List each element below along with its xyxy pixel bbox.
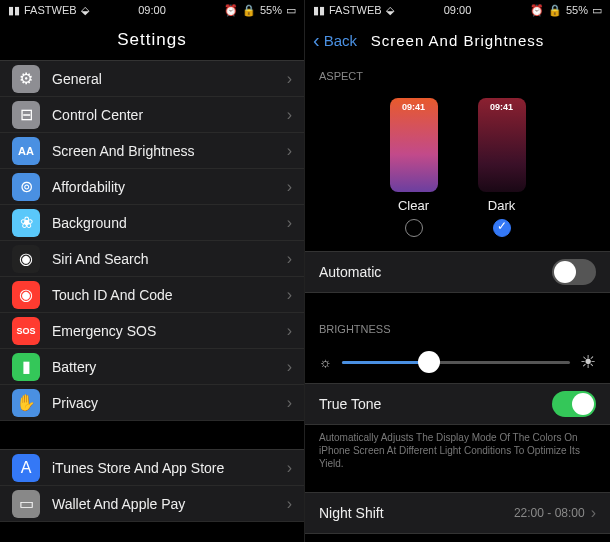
battery-icon: ▭ <box>286 4 296 17</box>
chevron-left-icon: ‹ <box>313 29 320 52</box>
row-siri[interactable]: ◉ Siri And Search › <box>0 241 304 277</box>
sos-icon: SOS <box>12 317 40 345</box>
chevron-right-icon: › <box>287 178 292 196</box>
row-privacy[interactable]: ✋ Privacy › <box>0 385 304 421</box>
clear-thumbnail: 09:41 <box>390 98 438 192</box>
chevron-right-icon: › <box>287 70 292 88</box>
carrier-label: FASTWEB <box>329 4 382 16</box>
header: Settings <box>0 20 304 60</box>
status-time: 09:00 <box>138 4 166 16</box>
alarm-icon: ⏰ <box>530 4 544 17</box>
row-control-center[interactable]: ⊟ Control Center › <box>0 97 304 133</box>
chevron-right-icon: › <box>287 459 292 477</box>
night-shift-label: Night Shift <box>319 505 384 521</box>
chevron-right-icon: › <box>287 286 292 304</box>
chevron-right-icon: › <box>287 250 292 268</box>
lock-icon: 🔒 <box>242 4 256 17</box>
page-title: Settings <box>117 30 186 50</box>
wifi-icon: ⬙ <box>81 4 89 17</box>
brightness-section-label: Brightness <box>305 313 610 341</box>
dark-thumbnail: 09:41 <box>478 98 526 192</box>
row-wallet[interactable]: ▭ Wallet And Apple Pay › <box>0 486 304 522</box>
wifi-icon: ⬙ <box>386 4 394 17</box>
slider-thumb[interactable] <box>418 351 440 373</box>
chevron-right-icon: › <box>287 106 292 124</box>
brightness-pane: ▮▮ FASTWEB ⬙ 09:00 ⏰ 🔒 55% ▭ ‹ Back Scre… <box>305 0 610 542</box>
battery-label: 55% <box>566 4 588 16</box>
row-screen-brightness[interactable]: AA Screen And Brightness › <box>0 133 304 169</box>
wallpaper-icon: ❀ <box>12 209 40 237</box>
back-button[interactable]: ‹ Back <box>313 29 357 52</box>
chevron-right-icon: › <box>287 394 292 412</box>
back-label: Back <box>324 32 357 49</box>
dark-label: Dark <box>488 198 515 213</box>
aspect-dark[interactable]: 09:41 Dark <box>478 98 526 237</box>
lock-icon: 🔒 <box>548 4 562 17</box>
battery-icon: ▮ <box>12 353 40 381</box>
appstore-icon: A <box>12 454 40 482</box>
night-shift-row[interactable]: Night Shift 22:00 - 08:00 › <box>305 492 610 534</box>
accessibility-icon: ⊚ <box>12 173 40 201</box>
true-tone-label: True Tone <box>319 396 381 412</box>
aspect-section-label: ASPECT <box>305 60 610 88</box>
battery-icon: ▭ <box>592 4 602 17</box>
chevron-right-icon: › <box>287 495 292 513</box>
section-spacer <box>0 421 304 449</box>
status-time: 09:00 <box>444 4 472 16</box>
automatic-row: Automatic <box>305 251 610 293</box>
status-bar: ▮▮ FASTWEB ⬙ 09:00 ⏰ 🔒 55% ▭ <box>0 0 304 20</box>
automatic-label: Automatic <box>319 264 381 280</box>
radio-selected-icon[interactable] <box>493 219 511 237</box>
hand-icon: ✋ <box>12 389 40 417</box>
alarm-icon: ⏰ <box>224 4 238 17</box>
settings-list: ⚙ General › ⊟ Control Center › AA Screen… <box>0 60 304 421</box>
row-general[interactable]: ⚙ General › <box>0 61 304 97</box>
automatic-switch[interactable] <box>552 259 596 285</box>
settings-list-2: A iTunes Store And App Store › ▭ Wallet … <box>0 449 304 522</box>
chevron-right-icon: › <box>591 504 596 522</box>
row-sos[interactable]: SOS Emergency SOS › <box>0 313 304 349</box>
toggles-icon: ⊟ <box>12 101 40 129</box>
aspect-picker: 09:41 Clear 09:41 Dark <box>305 88 610 251</box>
brightness-icon: AA <box>12 137 40 165</box>
siri-icon: ◉ <box>12 245 40 273</box>
fingerprint-icon: ◉ <box>12 281 40 309</box>
chevron-right-icon: › <box>287 322 292 340</box>
gear-icon: ⚙ <box>12 65 40 93</box>
header: ‹ Back Screen And Brightness <box>305 20 610 60</box>
brightness-slider-row: ☼ ☀ <box>305 341 610 383</box>
row-app-store[interactable]: A iTunes Store And App Store › <box>0 450 304 486</box>
carrier-label: FASTWEB <box>24 4 77 16</box>
page-title: Screen And Brightness <box>371 32 545 49</box>
row-background[interactable]: ❀ Background › <box>0 205 304 241</box>
night-shift-value: 22:00 - 08:00 <box>514 506 585 520</box>
true-tone-row: True Tone <box>305 383 610 425</box>
signal-icon: ▮▮ <box>313 4 325 17</box>
row-touch-id[interactable]: ◉ Touch ID And Code › <box>0 277 304 313</box>
row-affordability[interactable]: ⊚ Affordability › <box>0 169 304 205</box>
sun-small-icon: ☼ <box>319 354 332 370</box>
chevron-right-icon: › <box>287 142 292 160</box>
sun-large-icon: ☀ <box>580 351 596 373</box>
wallet-icon: ▭ <box>12 490 40 518</box>
aspect-clear[interactable]: 09:41 Clear <box>390 98 438 237</box>
clear-label: Clear <box>398 198 429 213</box>
signal-icon: ▮▮ <box>8 4 20 17</box>
radio-unselected-icon[interactable] <box>405 219 423 237</box>
row-battery[interactable]: ▮ Battery › <box>0 349 304 385</box>
status-bar: ▮▮ FASTWEB ⬙ 09:00 ⏰ 🔒 55% ▭ <box>305 0 610 20</box>
chevron-right-icon: › <box>287 358 292 376</box>
true-tone-switch[interactable] <box>552 391 596 417</box>
battery-label: 55% <box>260 4 282 16</box>
chevron-right-icon: › <box>287 214 292 232</box>
true-tone-description: Automatically Adjusts The Display Mode O… <box>305 425 610 480</box>
settings-pane: ▮▮ FASTWEB ⬙ 09:00 ⏰ 🔒 55% ▭ Settings ⚙ … <box>0 0 305 542</box>
brightness-slider[interactable] <box>342 361 570 364</box>
